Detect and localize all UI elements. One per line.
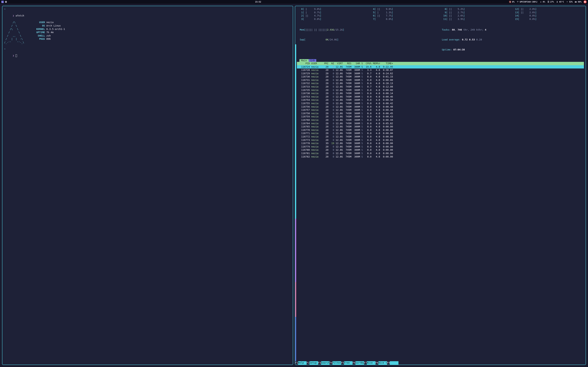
fnkey-f9[interactable]: F9 [387, 361, 390, 365]
gear-icon: ✲ [540, 1, 542, 3]
process-row[interactable]: 116733 nezia 20 0 12.8G 745M 300M S 0.7 … [297, 85, 584, 89]
cpu-meter-4: 4[ || 9.6%] [369, 8, 441, 11]
afetch-label: PKGS [35, 37, 45, 41]
afetch-value: nezia [46, 21, 53, 24]
cursor[interactable] [16, 54, 17, 57]
wifi-icon [517, 1, 519, 3]
afetch-value: 7h 4m [46, 31, 53, 34]
workspace: ~ ❯ afetch /\ / \ /\ \ / \ / ,, \ / | | … [0, 4, 588, 367]
prompt-sigil: ❯ [13, 14, 16, 17]
temp-value: 45°C [559, 1, 564, 3]
terminal-icon[interactable]: >_ [1, 1, 4, 3]
temperature-indicator[interactable]: 🌡 45°C [556, 1, 564, 3]
settings-indicator[interactable]: ✲ 4% [540, 1, 545, 3]
discord-icon[interactable] [584, 0, 587, 3]
fnlabel-f7[interactable]: Nice - [367, 361, 375, 365]
afetch-label: OS [35, 24, 45, 27]
afetch-label: KERNEL [35, 27, 45, 31]
fnlabel-f5[interactable]: Tree [344, 361, 353, 365]
fnkey-f7[interactable]: F7 [364, 361, 367, 365]
process-row[interactable]: 116759 nezia 20 0 12.8G 745M 300M S 0.0 … [297, 115, 584, 118]
cpu-meter-5: 5[ | 1.3%] [369, 11, 441, 14]
cpu-meter-9: 9[ || 2.7%] [441, 11, 512, 14]
sun-icon: ☀ [566, 1, 568, 3]
cpu-meter-15: 15[ 0.0%] [512, 17, 584, 21]
wifi-indicator[interactable]: UPC59F3A0 (88%) [517, 1, 537, 3]
brightness-indicator[interactable]: ☀ 53% [566, 1, 573, 3]
process-row[interactable]: 116756 nezia 20 0 12.8G 745M 300M S 0.0 … [297, 105, 584, 108]
fnlabel-f4[interactable]: Filter [332, 361, 341, 365]
process-row[interactable]: 116781 nezia 20 0 12.8G 745M 300M S 0.0 … [297, 152, 584, 155]
prompt-sigil-2: ❯ [13, 54, 16, 57]
process-row[interactable]: 116770 nezia 20 0 12.8G 745M 300M S 0.0 … [297, 128, 584, 132]
battery-pct: 98% [578, 1, 581, 3]
process-row[interactable]: 116780 nezia 20 0 12.8G 745M 300M S 0.0 … [297, 148, 584, 152]
brightness-pct: 53% [569, 1, 573, 3]
htop-mem-swap-tasks: Mem[||||| || ||||||2.93G/15.2G] Tasks: 8… [297, 21, 584, 59]
htop-scroll-strip[interactable] [295, 44, 296, 361]
volume-pct: 0% [512, 1, 515, 3]
battery-indicator[interactable]: 98% [575, 1, 581, 3]
tab-io[interactable]: I/O [309, 59, 316, 62]
cpu-meter-12: 12[ || 2.0%] [512, 8, 584, 11]
process-row[interactable]: 116724 nezia 20 0 12.8G 745M 300M S 19.6… [297, 65, 584, 69]
process-row[interactable]: 116735 nezia 20 0 12.8G 745M 300M S 0.0 … [297, 89, 584, 92]
terminal-pane-left[interactable]: ~ ❯ afetch /\ / \ /\ \ / \ / ,, \ / | | … [2, 6, 293, 365]
process-row[interactable]: 116760 nezia 20 0 12.8G 745M 300M S 0.0 … [297, 118, 584, 122]
cpu-meter-14: 14[ 0.0%] [512, 14, 584, 17]
clock[interactable]: 15:52 [7, 1, 509, 3]
process-row[interactable]: 116757 nezia 20 0 12.8G 745M 300M S 0.0 … [297, 108, 584, 112]
process-row[interactable]: 116738 nezia 20 0 12.8G 745M 300M S 0.0 … [297, 92, 584, 95]
process-row[interactable]: 116732 nezia 20 0 12.8G 745M 300M S 0.0 … [297, 82, 584, 85]
volume-indicator[interactable]: 🔇 0% [509, 1, 515, 3]
process-row[interactable]: 116764 nezia 20 0 12.8G 745M 300M S 0.0 … [297, 122, 584, 125]
cwd-tilde: ~ [4, 8, 5, 10]
cpu-meter-8: 8[ || 5.2%] [441, 8, 512, 11]
cpu-meter-7: 7[ 0.0%] [369, 17, 441, 21]
afetch-value: Arch Linux [46, 24, 61, 27]
process-table-header[interactable]: PID USER PRI NI VIRT RES SHR S CPU% MEM%… [297, 62, 584, 65]
process-row[interactable]: 116765 nezia 20 0 12.8G 745M 300M S 0.0 … [297, 125, 584, 128]
process-row[interactable]: 116755 nezia 20 0 12.8G 745M 300M S 0.0 … [297, 102, 584, 105]
process-row[interactable]: 116754 nezia 20 0 12.8G 745M 300M S 0.0 … [297, 98, 584, 102]
fnkey-f5[interactable]: F5 [341, 361, 344, 365]
fnkey-f3[interactable]: F3 [318, 361, 321, 365]
fnkey-f1[interactable]: F1 [295, 361, 298, 365]
fnlabel-f6[interactable]: SortBy [355, 361, 364, 365]
fnkey-f2[interactable]: F2 [307, 361, 310, 365]
fnlabel-f2[interactable]: Setup [310, 361, 318, 365]
process-row[interactable]: 116729 nezia 20 0 12.8G 745M 300M S 0.7 … [297, 72, 584, 75]
process-row[interactable]: 116772 nezia 20 0 12.8G 745M 300M S 0.0 … [297, 135, 584, 138]
process-row[interactable]: 116771 nezia 20 0 12.8G 745M 300M S 0.0 … [297, 132, 584, 135]
fnkey-f8[interactable]: F8 [375, 361, 378, 365]
fnlabel-f8[interactable]: Nice + [378, 361, 387, 365]
fnlabel-f1[interactable]: Help [298, 361, 307, 365]
process-row[interactable]: 116773 nezia 20 0 12.8G 745M 300M S 0.0 … [297, 138, 584, 142]
menu-indicator[interactable]: ☰ 27% [547, 1, 554, 3]
browser-icon[interactable] [5, 1, 7, 3]
fnlabel-f9[interactable] [390, 361, 398, 365]
process-row[interactable]: 116758 nezia 20 0 12.8G 745M 300M S 0.0 … [297, 112, 584, 115]
afetch-label: SHELL [35, 34, 45, 38]
process-row[interactable]: 116753 nezia 20 0 12.8G 745M 300M S 0.0 … [297, 95, 584, 99]
cpu-meter-11: 11[ || 3.9%] [441, 17, 512, 21]
speaker-muted-icon: 🔇 [509, 1, 511, 3]
terminal-pane-right-htop[interactable]: 0[ | 9.0%] 4[ || 9.6%] 8[ || 5.2%] 12[ |… [295, 6, 586, 365]
fnkey-f6[interactable]: F6 [353, 361, 355, 365]
cpu-meter-6: 6[ || 7.7%] [369, 14, 441, 17]
bars-pct: 27% [550, 1, 554, 3]
thermometer-icon: 🌡 [556, 1, 558, 3]
process-row[interactable]: 116730 nezia 20 0 12.8G 745M 300M S 0.0 … [297, 75, 584, 78]
fnkey-f4[interactable]: F4 [329, 361, 332, 365]
cwd-tilde-2: ~ [4, 48, 5, 50]
tab-main[interactable]: Main [299, 59, 309, 62]
process-row[interactable]: 116782 nezia 20 0 12.8G 745M 300M S 0.0 … [297, 155, 584, 158]
afetch-label: UPTIME [35, 31, 45, 34]
process-row[interactable]: 116778 nezia 39 19 12.8G 745M 300M S 0.0… [297, 142, 584, 145]
process-row[interactable]: 116731 nezia 20 0 12.8G 745M 300M S 0.0 … [297, 78, 584, 82]
process-row[interactable]: 116728 nezia 20 0 12.8G 745M 300M S 3.3 … [297, 68, 584, 72]
process-row[interactable]: 116779 nezia 20 0 12.8G 745M 300M S 0.0 … [297, 145, 584, 149]
process-table-body[interactable]: 116724 nezia 20 0 12.8G 745M 300M S 19.6… [297, 65, 584, 363]
cpu-meter-0: 0[ | 9.0%] [297, 8, 369, 11]
fnlabel-f3[interactable]: Search [321, 361, 330, 365]
